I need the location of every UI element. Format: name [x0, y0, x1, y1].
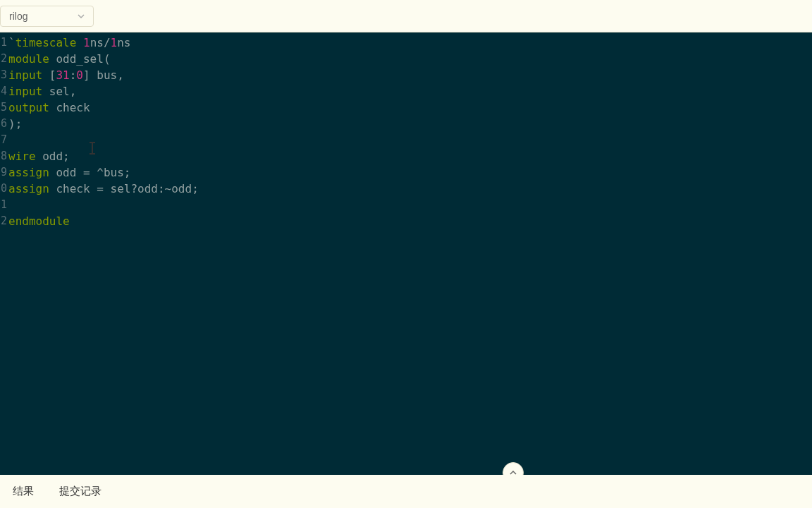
code-line[interactable]: 9assign odd = ^bus; — [0, 164, 812, 181]
code-line[interactable]: 7 — [0, 132, 812, 148]
code-line[interactable]: 1 — [0, 197, 812, 213]
language-selector[interactable]: rilog — [0, 6, 94, 27]
code-line[interactable]: 3input [31:0] bus, — [0, 67, 812, 83]
code-line[interactable]: 4input sel, — [0, 83, 812, 99]
line-number: 3 — [0, 67, 7, 83]
code-content: module odd_sel( — [8, 51, 111, 67]
bottom-tabs-bar: 结果 提交记录 — [0, 475, 812, 508]
code-content: wire odd; — [8, 148, 70, 164]
code-line[interactable]: 8wire odd; — [0, 148, 812, 164]
code-content: input sel, — [8, 83, 76, 99]
line-number: 1 — [0, 35, 7, 51]
tab-results[interactable]: 结果 — [0, 478, 47, 505]
code-content: output check — [8, 99, 90, 116]
chevron-down-icon — [78, 13, 85, 20]
code-content: endmodule — [8, 213, 70, 229]
top-bar: rilog — [0, 0, 812, 32]
code-line[interactable]: 1`timescale 1ns/1ns — [0, 35, 812, 51]
line-number: 5 — [0, 99, 7, 116]
line-number: 9 — [0, 164, 7, 181]
code-line[interactable]: 2module odd_sel( — [0, 51, 812, 67]
code-line[interactable]: 2endmodule — [0, 213, 812, 229]
code-line[interactable]: 0assign check = sel?odd:~odd; — [0, 181, 812, 197]
code-editor[interactable]: 1`timescale 1ns/1ns2module odd_sel(3inpu… — [0, 32, 812, 475]
code-content: `timescale 1ns/1ns — [8, 35, 130, 51]
line-number: 1 — [0, 197, 7, 213]
code-content: assign check = sel?odd:~odd; — [8, 181, 199, 197]
language-selector-text: rilog — [9, 11, 78, 22]
tab-history[interactable]: 提交记录 — [47, 478, 114, 505]
line-number: 8 — [0, 148, 7, 164]
code-content: assign odd = ^bus; — [8, 164, 130, 181]
line-number: 0 — [0, 181, 7, 197]
line-number: 2 — [0, 213, 7, 229]
line-number: 6 — [0, 116, 7, 132]
code-line[interactable]: 6); — [0, 116, 812, 132]
code-content: input [31:0] bus, — [8, 67, 124, 83]
line-number: 7 — [0, 132, 7, 148]
code-line[interactable]: 5output check — [0, 99, 812, 116]
code-content: ); — [8, 116, 22, 132]
line-number: 4 — [0, 83, 7, 99]
line-number: 2 — [0, 51, 7, 67]
